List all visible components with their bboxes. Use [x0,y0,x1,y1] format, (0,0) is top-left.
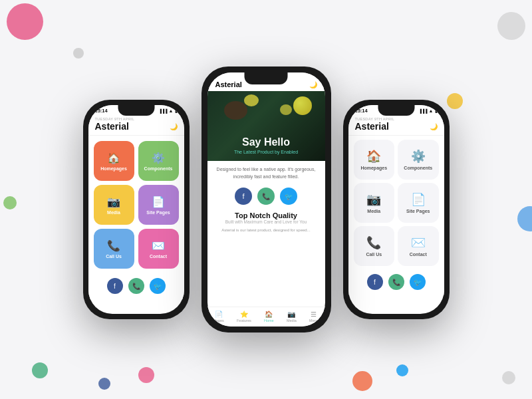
time-left: 15:14 [95,108,108,114]
notch-right [378,105,414,116]
tab-features[interactable]: ⭐ Features [237,311,251,323]
tab-media-label: Media [287,319,297,323]
phone-btn-left[interactable]: 📞 [128,278,144,294]
tab-media-icon: 📷 [287,311,295,318]
food-flower [244,94,259,106]
social-bar-right: f 📞 🐦 [348,270,444,295]
phone-btn-right[interactable]: 📞 [388,274,404,290]
tile-homepages-left[interactable]: 🏠 Homepages [94,141,134,181]
gear-icon-right: ⚙️ [411,149,426,164]
twitter-btn-right[interactable]: 🐦 [410,274,426,290]
tile-components-left[interactable]: ⚙️ Components [138,141,179,181]
moon-icon-left[interactable]: 🌙 [170,123,178,130]
signal-icon: ▐▐▐ [159,109,168,113]
moon-icon-center[interactable]: 🌙 [309,76,317,88]
quality-description: Asterial is our latest product, designed… [215,228,317,232]
tab-menu[interactable]: ☰ Menu [309,311,319,323]
hero-title: Say Hello [234,136,298,148]
mail-icon-left: ✉️ [152,239,165,252]
twitter-btn-left[interactable]: 🐦 [150,278,166,294]
tab-pages[interactable]: 📄 Pages [213,311,224,323]
app-header-left: TUESDAY 9TH APRIL Asterial 🌙 [88,115,184,136]
status-icons-left: ▐▐▐ ▲ ▮ [159,108,178,114]
section-heading: Top Notch Quality [215,211,317,219]
battery-icon: ▮ [175,108,178,114]
main-scene: 15:14 ▐▐▐ ▲ ▮ TUESDAY 9TH APRIL Asterial… [0,0,532,399]
hero-text: Say Hello The Latest Product by Enabled [234,136,298,161]
status-icons-right: ▐▐▐ ▲ ▮ [419,108,438,114]
app-title-center: Asterial [215,75,242,88]
tile-label-contact-right: Contact [410,252,427,257]
app-header-right: TUESDAY 9TH APRIL Asterial 🌙 [348,115,444,136]
tile-media-right[interactable]: 📷 Media [354,183,395,223]
tile-homepages-right[interactable]: 🏠 Homepages [354,140,395,180]
camera-icon-left: 📷 [107,196,120,208]
app-title-right: Asterial 🌙 [355,121,438,132]
tab-menu-icon: ☰ [311,311,317,318]
tile-grid-right: 🏠 Homepages ⚙️ Components 📷 Media 📄 Site… [348,136,444,270]
phone-center: Asterial 🌙 Say Hello The Latest Product … [201,66,331,332]
tab-media[interactable]: 📷 Media [287,311,297,323]
tile-label-components-right: Components [404,166,432,170]
page-icon-left: 📄 [152,196,165,208]
phone-left: 15:14 ▐▐▐ ▲ ▮ TUESDAY 9TH APRIL Asterial… [83,100,190,319]
app-title-left: Asterial 🌙 [95,121,178,132]
phone-icon-left: 📞 [107,239,120,252]
section-title-area: Top Notch Quality Built with Maximum Car… [207,209,325,225]
description-section: Designed to feel like a native app. It's… [207,161,325,184]
tile-label-homepages-right: Homepages [360,166,387,170]
social-bar-left: f 📞 🐦 [88,274,184,299]
food-lemon-decoration [293,96,312,115]
tile-label-callus-right: Call Us [366,252,382,257]
tile-label-media-left: Media [107,210,120,215]
tile-grid-left: 🏠 Homepages ⚙️ Components 📷 Media 📄 Site… [88,136,184,274]
tab-home-icon: 🏠 [265,311,273,318]
food-flower2 [280,104,292,115]
quality-text-area: Asterial is our latest product, designed… [207,225,325,235]
tile-label-sitepages-left: Site Pages [146,210,170,215]
home-icon-left: 🏠 [107,152,120,164]
tile-contact-right[interactable]: ✉️ Contact [398,226,439,266]
tab-menu-label: Menu [309,319,319,323]
tile-sitepages-left[interactable]: 📄 Site Pages [138,185,179,225]
hero-subtitle: The Latest Product by Enabled [234,150,298,154]
tab-home[interactable]: 🏠 Home [264,311,274,323]
tile-label-callus-left: Call Us [106,254,122,259]
time-right: 15:14 [355,108,368,114]
mail-icon-right: ✉️ [411,235,426,250]
tile-label-homepages-left: Homepages [100,166,127,171]
section-subheading: Built with Maximum Care and Love for You [215,219,317,224]
tab-features-label: Features [237,319,251,323]
tile-label-media-right: Media [367,209,380,213]
social-bar-center: f 📞 🐦 [207,184,325,209]
camera-icon-right: 📷 [366,192,381,207]
tab-home-label: Home [264,319,274,323]
hero-image: Say Hello The Latest Product by Enabled [207,91,325,161]
tile-sitepages-right[interactable]: 📄 Site Pages [398,183,439,223]
tile-callus-right[interactable]: 📞 Call Us [354,226,395,266]
battery-icon-r: ▮ [435,108,438,114]
wifi-icon: ▲ [169,108,174,113]
tile-label-components-left: Components [144,166,173,171]
home-icon-right: 🏠 [366,149,381,164]
tab-pages-icon: 📄 [215,311,223,318]
tile-media-left[interactable]: 📷 Media [94,185,134,225]
twitter-btn-center[interactable]: 🐦 [280,188,297,205]
tab-bar-center: 📄 Pages ⭐ Features 🏠 Home 📷 Media ☰ [207,307,325,327]
wifi-icon-r: ▲ [429,108,434,113]
moon-icon-right[interactable]: 🌙 [430,123,438,130]
tile-contact-left[interactable]: ✉️ Contact [138,229,179,269]
phone-icon-right: 📞 [366,235,381,250]
facebook-btn-center[interactable]: f [235,188,252,205]
tab-pages-label: Pages [213,319,224,323]
notch-center [245,72,288,84]
facebook-btn-left[interactable]: f [107,278,123,294]
food-bowl-decoration [224,101,247,120]
gear-icon-left: ⚙️ [152,152,165,164]
description-text: Designed to feel like a native app. It's… [215,166,317,180]
phone-btn-center[interactable]: 📞 [257,188,275,205]
tile-components-right[interactable]: ⚙️ Components [398,140,439,180]
facebook-btn-right[interactable]: f [367,274,383,290]
tile-callus-left[interactable]: 📞 Call Us [94,229,134,269]
tile-label-sitepages-right: Site Pages [406,209,430,213]
